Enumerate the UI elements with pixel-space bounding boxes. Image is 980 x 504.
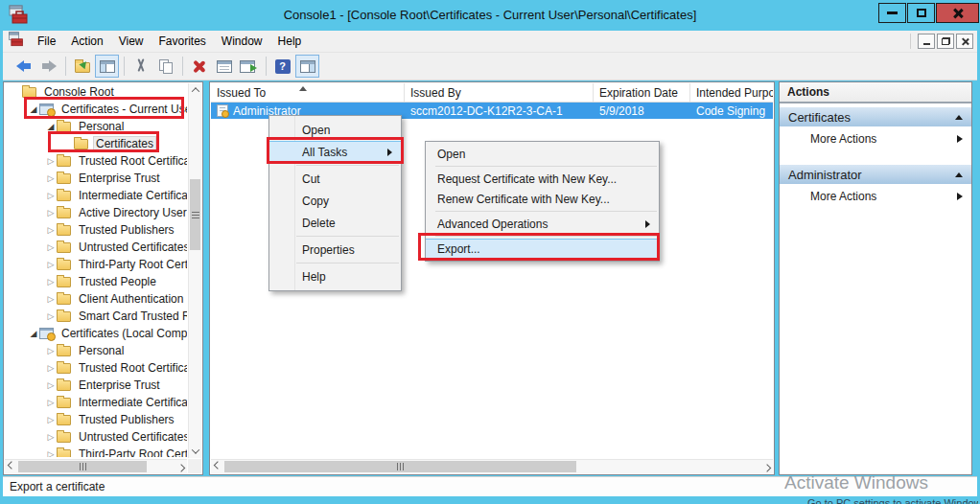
forward-button[interactable] xyxy=(36,55,60,78)
tree-vertical-scrollbar[interactable] xyxy=(188,83,201,458)
expander-collapsed-icon[interactable]: ▷ xyxy=(45,242,57,252)
expander-collapsed-icon[interactable]: ▷ xyxy=(45,415,57,424)
tree-item-client-authentication-is[interactable]: ▷Client Authentication Is xyxy=(5,290,187,308)
delete-button[interactable] xyxy=(187,55,211,78)
tree-item-console-root[interactable]: Console Root xyxy=(5,83,187,101)
export-list-button[interactable] xyxy=(237,55,261,78)
menu-file[interactable]: File xyxy=(30,32,63,51)
scroll-right-button[interactable] xyxy=(760,460,773,473)
copy-button[interactable] xyxy=(153,55,177,78)
column-header-expiration-date[interactable]: Expiration Date xyxy=(594,83,690,102)
tree-item-smart-card-trusted-roo[interactable]: ▷Smart Card Trusted Roo xyxy=(5,308,187,325)
expander-collapsed-icon[interactable]: ▷ xyxy=(45,363,57,373)
menu-item-delete[interactable]: Delete xyxy=(269,212,401,234)
expander-collapsed-icon[interactable]: ▷ xyxy=(45,449,57,457)
maximize-button[interactable] xyxy=(907,3,935,23)
menu-item-open[interactable]: Open xyxy=(269,119,401,141)
cut-button[interactable] xyxy=(128,55,152,78)
tree-item-trusted-publishers[interactable]: ▷Trusted Publishers xyxy=(5,411,187,428)
tree-item-intermediate-certificati[interactable]: ▷Intermediate Certificati xyxy=(5,394,187,411)
menu-item-copy[interactable]: Copy xyxy=(269,190,401,212)
tree-vscroll-thumb[interactable] xyxy=(190,179,200,250)
menu-favorites[interactable]: Favorites xyxy=(152,32,214,51)
menu-item-help[interactable]: Help xyxy=(269,265,401,287)
expander-collapsed-icon[interactable]: ▷ xyxy=(45,311,57,321)
menu-view[interactable]: View xyxy=(111,32,152,51)
menu-item-advanced-operations[interactable]: Advanced Operations xyxy=(426,214,659,234)
tree-hscroll-thumb[interactable] xyxy=(18,461,147,472)
tree-horizontal-scrollbar[interactable] xyxy=(5,459,187,473)
menu-action[interactable]: Action xyxy=(63,32,110,51)
expander-collapsed-icon[interactable]: ▷ xyxy=(45,432,57,442)
help-button[interactable]: ? xyxy=(270,55,294,78)
expander-expanded-icon[interactable]: ◢ xyxy=(28,104,39,114)
close-button[interactable] xyxy=(936,3,979,23)
console-tree-toggle-button[interactable] xyxy=(95,55,119,78)
menu-item-all-tasks[interactable]: All Tasks xyxy=(269,141,401,163)
column-header-intended-purpo[interactable]: Intended Purpo xyxy=(690,83,773,102)
action-pane-toggle-button[interactable] xyxy=(295,55,319,78)
list-horizontal-scrollbar[interactable] xyxy=(211,459,773,473)
tree-item-untrusted-certificates[interactable]: ▷Untrusted Certificates xyxy=(5,428,187,446)
tree-item-certificates[interactable]: Certificates xyxy=(5,135,187,152)
collapse-section-icon xyxy=(955,172,963,177)
menu-item-request-certificate-with-new-key[interactable]: Request Certificate with New Key... xyxy=(426,169,659,189)
cut-icon xyxy=(133,58,149,74)
expander-collapsed-icon[interactable]: ▷ xyxy=(45,225,57,235)
scroll-up-button[interactable] xyxy=(189,83,201,97)
properties-button[interactable] xyxy=(212,55,236,78)
title-bar: Console1 - [Console Root\Certificates - … xyxy=(0,0,980,31)
tree-item-trusted-root-certificati[interactable]: ▷Trusted Root Certificati xyxy=(5,152,187,170)
actions-section-certificates[interactable]: Certificates xyxy=(780,106,971,126)
tree-item-trusted-publishers[interactable]: ▷Trusted Publishers xyxy=(5,221,187,239)
minimize-button[interactable] xyxy=(878,3,906,23)
tree-item-third-party-root-certifi[interactable]: ▷Third-Party Root Certifi xyxy=(5,256,187,273)
expander-collapsed-icon[interactable]: ▷ xyxy=(45,191,57,200)
scroll-left-button[interactable] xyxy=(211,460,223,473)
menu-item-open[interactable]: Open xyxy=(426,144,659,164)
tree-item-third-party-root-certifi[interactable]: ▷Third-Party Root Certifi xyxy=(5,446,187,457)
child-restore-button[interactable] xyxy=(937,34,954,49)
tree-item-enterprise-trust[interactable]: ▷Enterprise Trust xyxy=(5,377,187,394)
tree-item-certificates-current-user[interactable]: ◢Certificates - Current User xyxy=(5,101,187,118)
menu-item-properties[interactable]: Properties xyxy=(269,239,401,261)
menu-help[interactable]: Help xyxy=(270,32,310,51)
export-folder-button[interactable] xyxy=(70,55,94,78)
scroll-right-button[interactable] xyxy=(175,460,187,473)
expander-expanded-icon[interactable]: ◢ xyxy=(28,329,39,338)
tree-item-trusted-root-certificati[interactable]: ▷Trusted Root Certificati xyxy=(5,359,187,377)
menu-item-export[interactable]: Export... xyxy=(426,239,659,259)
tree-item-intermediate-certificati[interactable]: ▷Intermediate Certificati xyxy=(5,187,187,204)
scroll-down-button[interactable] xyxy=(189,445,201,458)
expander-collapsed-icon[interactable]: ▷ xyxy=(45,398,57,407)
expander-expanded-icon[interactable]: ◢ xyxy=(45,122,57,131)
expander-collapsed-icon[interactable]: ▷ xyxy=(45,294,57,304)
expander-collapsed-icon[interactable]: ▷ xyxy=(45,380,57,390)
tree-item-trusted-people[interactable]: ▷Trusted People xyxy=(5,273,187,290)
more-actions-administrator[interactable]: More Actions xyxy=(780,184,971,209)
child-minimize-button[interactable] xyxy=(918,34,935,49)
expander-collapsed-icon[interactable]: ▷ xyxy=(45,260,57,269)
tree-item-personal[interactable]: ◢Personal xyxy=(5,118,187,135)
actions-section-administrator[interactable]: Administrator xyxy=(780,164,971,184)
more-actions-certificates[interactable]: More Actions xyxy=(780,126,971,151)
expander-collapsed-icon[interactable]: ▷ xyxy=(45,277,57,286)
expander-collapsed-icon[interactable]: ▷ xyxy=(45,173,57,183)
list-hscroll-thumb[interactable] xyxy=(224,461,576,472)
menu-item-renew-certificate-with-new-key[interactable]: Renew Certificate with New Key... xyxy=(426,189,659,209)
tree-item-certificates-local-comput[interactable]: ◢Certificates (Local Comput xyxy=(5,325,187,342)
back-button[interactable] xyxy=(12,55,35,78)
child-close-button[interactable] xyxy=(956,34,973,49)
expander-collapsed-icon[interactable]: ▷ xyxy=(45,208,57,218)
column-header-issued-by[interactable]: Issued By xyxy=(405,83,594,102)
tree-item-enterprise-trust[interactable]: ▷Enterprise Trust xyxy=(5,170,187,187)
expander-collapsed-icon[interactable]: ▷ xyxy=(45,346,57,355)
menu-window[interactable]: Window xyxy=(214,32,270,51)
tree-item-active-directory-user-o[interactable]: ▷Active Directory User O xyxy=(5,204,187,221)
scroll-left-button[interactable] xyxy=(5,460,17,473)
tree-item-personal[interactable]: ▷Personal xyxy=(5,342,187,359)
column-header-issued-to[interactable]: Issued To xyxy=(211,83,405,102)
tree-item-untrusted-certificates[interactable]: ▷Untrusted Certificates xyxy=(5,239,187,256)
expander-collapsed-icon[interactable]: ▷ xyxy=(45,156,57,166)
menu-item-cut[interactable]: Cut xyxy=(269,168,401,190)
